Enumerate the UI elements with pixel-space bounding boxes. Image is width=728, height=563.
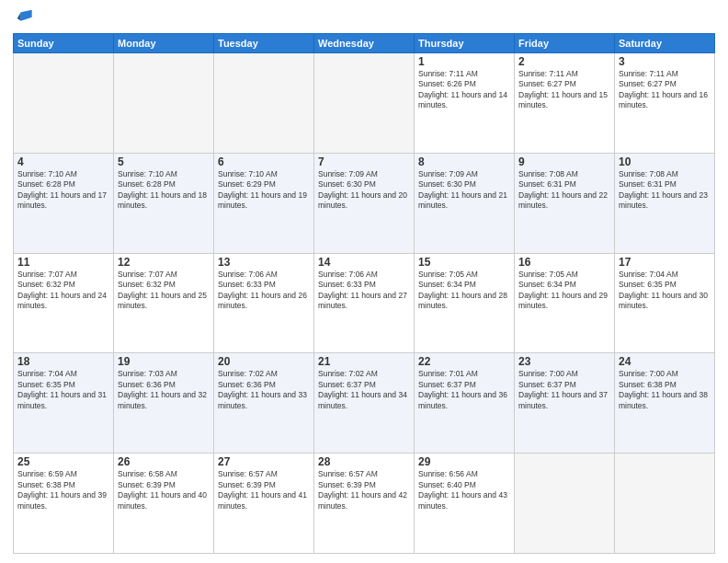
day-number: 10 [619,155,711,168]
day-number: 20 [218,355,310,368]
calendar-cell: 9Sunrise: 7:08 AM Sunset: 6:31 PM Daylig… [515,153,615,253]
day-number: 6 [218,155,310,168]
day-number: 28 [318,455,410,468]
calendar-cell [14,53,114,154]
day-number: 18 [17,355,109,368]
calendar-week-row: 1Sunrise: 7:11 AM Sunset: 6:26 PM Daylig… [14,53,715,154]
calendar-cell: 22Sunrise: 7:01 AM Sunset: 6:37 PM Dayli… [415,353,515,454]
day-info: Sunrise: 6:56 AM Sunset: 6:40 PM Dayligh… [418,469,510,511]
calendar-cell: 3Sunrise: 7:11 AM Sunset: 6:27 PM Daylig… [615,53,715,154]
weekday-header-wednesday: Wednesday [314,34,415,53]
calendar-week-row: 11Sunrise: 7:07 AM Sunset: 6:32 PM Dayli… [14,253,715,353]
day-number: 7 [318,155,410,168]
calendar-cell: 16Sunrise: 7:05 AM Sunset: 6:34 PM Dayli… [515,253,615,353]
calendar-cell: 18Sunrise: 7:04 AM Sunset: 6:35 PM Dayli… [14,353,114,454]
day-info: Sunrise: 7:04 AM Sunset: 6:35 PM Dayligh… [619,270,711,312]
day-info: Sunrise: 7:02 AM Sunset: 6:37 PM Dayligh… [318,369,410,411]
day-number: 24 [619,355,711,368]
day-number: 16 [518,256,610,269]
day-number: 29 [418,455,510,468]
day-info: Sunrise: 7:10 AM Sunset: 6:29 PM Dayligh… [218,169,310,212]
calendar-week-row: 18Sunrise: 7:04 AM Sunset: 6:35 PM Dayli… [14,353,715,454]
day-number: 13 [218,256,310,269]
calendar-cell: 19Sunrise: 7:03 AM Sunset: 6:36 PM Dayli… [114,353,214,454]
day-number: 12 [118,256,210,269]
day-number: 25 [17,455,109,468]
day-number: 15 [418,256,510,269]
weekday-header-thursday: Thursday [415,34,515,53]
svg-marker-1 [17,12,21,20]
calendar-cell: 6Sunrise: 7:10 AM Sunset: 6:29 PM Daylig… [214,153,314,253]
day-info: Sunrise: 7:09 AM Sunset: 6:30 PM Dayligh… [418,169,510,212]
day-info: Sunrise: 7:00 AM Sunset: 6:37 PM Dayligh… [518,369,610,411]
calendar-cell: 15Sunrise: 7:05 AM Sunset: 6:34 PM Dayli… [415,253,515,353]
day-number: 17 [619,256,711,269]
calendar-cell: 10Sunrise: 7:08 AM Sunset: 6:31 PM Dayli… [615,153,715,253]
day-number: 3 [619,55,711,68]
day-info: Sunrise: 6:57 AM Sunset: 6:39 PM Dayligh… [318,469,410,511]
weekday-header-monday: Monday [114,34,214,53]
calendar-cell [314,53,415,154]
calendar-cell: 8Sunrise: 7:09 AM Sunset: 6:30 PM Daylig… [415,153,515,253]
day-info: Sunrise: 7:05 AM Sunset: 6:34 PM Dayligh… [518,270,610,312]
calendar-cell: 26Sunrise: 6:58 AM Sunset: 6:39 PM Dayli… [114,454,214,554]
weekday-header-friday: Friday [515,34,615,53]
calendar-cell: 13Sunrise: 7:06 AM Sunset: 6:33 PM Dayli… [214,253,314,353]
calendar-cell: 5Sunrise: 7:10 AM Sunset: 6:28 PM Daylig… [114,153,214,253]
day-number: 8 [418,155,510,168]
day-number: 21 [318,355,410,368]
day-info: Sunrise: 7:05 AM Sunset: 6:34 PM Dayligh… [418,270,510,312]
calendar-cell: 12Sunrise: 7:07 AM Sunset: 6:32 PM Dayli… [114,253,214,353]
page: SundayMondayTuesdayWednesdayThursdayFrid… [0,0,728,563]
day-info: Sunrise: 6:59 AM Sunset: 6:38 PM Dayligh… [17,469,109,511]
day-info: Sunrise: 7:11 AM Sunset: 6:27 PM Dayligh… [619,69,711,111]
calendar-cell: 23Sunrise: 7:00 AM Sunset: 6:37 PM Dayli… [515,353,615,454]
day-number: 14 [318,256,410,269]
calendar-cell: 7Sunrise: 7:09 AM Sunset: 6:30 PM Daylig… [314,153,415,253]
calendar-cell: 28Sunrise: 6:57 AM Sunset: 6:39 PM Dayli… [314,454,415,554]
svg-marker-0 [21,10,32,21]
day-info: Sunrise: 7:04 AM Sunset: 6:35 PM Dayligh… [17,369,109,411]
day-info: Sunrise: 7:10 AM Sunset: 6:28 PM Dayligh… [118,169,210,212]
day-number: 4 [17,155,109,168]
weekday-header-sunday: Sunday [14,34,114,53]
day-info: Sunrise: 7:09 AM Sunset: 6:30 PM Dayligh… [318,169,410,212]
calendar-cell: 20Sunrise: 7:02 AM Sunset: 6:36 PM Dayli… [214,353,314,454]
day-info: Sunrise: 7:10 AM Sunset: 6:28 PM Dayligh… [17,169,109,212]
day-info: Sunrise: 7:11 AM Sunset: 6:26 PM Dayligh… [418,69,510,111]
day-number: 19 [118,355,210,368]
day-info: Sunrise: 7:02 AM Sunset: 6:36 PM Dayligh… [218,369,310,411]
calendar: SundayMondayTuesdayWednesdayThursdayFrid… [13,33,715,554]
calendar-cell: 2Sunrise: 7:11 AM Sunset: 6:27 PM Daylig… [515,53,615,154]
day-info: Sunrise: 7:07 AM Sunset: 6:32 PM Dayligh… [17,270,109,312]
calendar-cell: 1Sunrise: 7:11 AM Sunset: 6:26 PM Daylig… [415,53,515,154]
day-info: Sunrise: 6:58 AM Sunset: 6:39 PM Dayligh… [118,469,210,511]
day-number: 22 [418,355,510,368]
logo-icon [15,7,33,26]
calendar-cell: 17Sunrise: 7:04 AM Sunset: 6:35 PM Dayli… [615,253,715,353]
day-number: 11 [17,256,109,269]
calendar-cell [214,53,314,154]
day-number: 5 [118,155,210,168]
day-number: 2 [518,55,610,68]
calendar-cell: 14Sunrise: 7:06 AM Sunset: 6:33 PM Dayli… [314,253,415,353]
day-number: 1 [418,55,510,68]
calendar-week-row: 25Sunrise: 6:59 AM Sunset: 6:38 PM Dayli… [14,454,715,554]
day-info: Sunrise: 6:57 AM Sunset: 6:39 PM Dayligh… [218,469,310,511]
day-number: 23 [518,355,610,368]
day-info: Sunrise: 7:11 AM Sunset: 6:27 PM Dayligh… [518,69,610,111]
weekday-header-saturday: Saturday [615,34,715,53]
calendar-cell: 25Sunrise: 6:59 AM Sunset: 6:38 PM Dayli… [14,454,114,554]
calendar-cell: 11Sunrise: 7:07 AM Sunset: 6:32 PM Dayli… [14,253,114,353]
day-info: Sunrise: 7:00 AM Sunset: 6:38 PM Dayligh… [619,369,711,411]
calendar-cell [515,454,615,554]
calendar-cell: 24Sunrise: 7:00 AM Sunset: 6:38 PM Dayli… [615,353,715,454]
day-info: Sunrise: 7:06 AM Sunset: 6:33 PM Dayligh… [318,270,410,312]
day-number: 26 [118,455,210,468]
calendar-cell [114,53,214,154]
day-info: Sunrise: 7:07 AM Sunset: 6:32 PM Dayligh… [118,270,210,312]
day-info: Sunrise: 7:03 AM Sunset: 6:36 PM Dayligh… [118,369,210,411]
day-info: Sunrise: 7:01 AM Sunset: 6:37 PM Dayligh… [418,369,510,411]
day-number: 9 [518,155,610,168]
day-number: 27 [218,455,310,468]
